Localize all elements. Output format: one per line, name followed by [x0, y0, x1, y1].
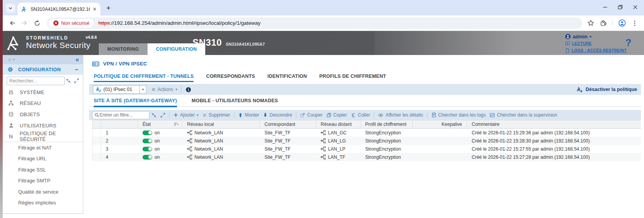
subtab-mobile-nomades[interactable]: MOBILE - UTILISATEURS NOMADES: [192, 98, 278, 106]
sidebar-subitem-filtrage-ssl[interactable]: Filtrage SSL: [3, 164, 83, 175]
help-button[interactable]: ?: [625, 37, 631, 48]
new-tab-button[interactable]: +: [104, 4, 113, 12]
network-object-icon: [321, 154, 326, 160]
policy-select[interactable]: (01) IPsec 01 ▾: [93, 85, 146, 94]
profile-cell: StrongEncryption: [361, 137, 413, 145]
table-header-row: État Réseau local Correspondant Réseau d…: [92, 120, 641, 129]
copy-button[interactable]: Copier: [326, 112, 347, 118]
read-mode-link[interactable]: LECTURE: [565, 40, 627, 47]
move-down-button[interactable]: Descendre: [263, 112, 292, 118]
tab-search-button[interactable]: [6, 3, 15, 13]
comment-cell: Créé le 2026-01-22 15:27:28 par admin (1…: [467, 153, 641, 161]
tab-monitoring[interactable]: MONITORING: [99, 43, 148, 55]
keepalive-cell: [413, 137, 467, 145]
app-header: STORMSHIELD Network Security v4.8.6 MONI…: [3, 31, 644, 55]
forward-arrow-icon: [21, 20, 27, 26]
security-badge[interactable]: Non sécurisé: [49, 19, 94, 27]
url-bar[interactable]: Non sécurisé https://192.168.54.254/admi…: [47, 17, 582, 29]
expand-all-icon[interactable]: [74, 78, 79, 83]
window-close-icon[interactable]: [633, 5, 638, 10]
sidebar-item-politique-securite[interactable]: POLITIQUE DE SÉCURITÉ: [3, 131, 83, 142]
profile-avatar-icon[interactable]: [618, 19, 626, 27]
forward-button[interactable]: [18, 17, 30, 29]
sort-filter-icon[interactable]: [174, 122, 179, 126]
sidebar-subitem-filtrage-url[interactable]: Filtrage URL: [3, 153, 83, 164]
collapse-all-icon[interactable]: [66, 78, 71, 83]
row-number: 1: [101, 129, 138, 137]
user-menu[interactable]: admin ▾: [565, 33, 627, 40]
tab-close-icon[interactable]: [92, 7, 97, 12]
sidebar-search-input[interactable]: [7, 77, 65, 85]
sidebar-subitem-qualite-service[interactable]: Qualité de service: [3, 186, 83, 197]
logs-access-link[interactable]: LOGS : ACCÉS RESTREINT: [565, 47, 627, 54]
disable-policy-label: Désactiver la politique: [586, 87, 637, 92]
cut-button[interactable]: Couper: [300, 112, 322, 118]
collapse-all-icon[interactable]: [151, 113, 156, 118]
sidebar: ★ ▾ « CONFIGURATION − SYSTÈME RÉSEAU OBJ…: [3, 55, 83, 214]
window-minimize-icon[interactable]: [603, 5, 608, 10]
subtab-site-a-site[interactable]: SITE À SITE (GATEWAY-GATEWAY): [94, 98, 177, 107]
row-number: 2: [101, 137, 138, 145]
search-logs-button[interactable]: Chercher dans les logs: [431, 112, 486, 118]
extensions-puzzle-icon[interactable]: [600, 20, 606, 26]
state-toggle[interactable]: [143, 147, 152, 151]
policy-select-caret[interactable]: ▾: [139, 85, 146, 94]
move-up-button[interactable]: Monter: [238, 112, 259, 118]
state-toggle[interactable]: [143, 139, 152, 143]
sidebar-subitem-filtrage-nat[interactable]: Filtrage et NAT: [3, 142, 83, 153]
sidebar-subitem-regles-implicites[interactable]: Règles implicites: [3, 197, 83, 208]
window-restore-icon[interactable]: [618, 5, 623, 10]
security-policy-icon: [8, 134, 14, 139]
favorites-caret-icon[interactable]: ▾: [13, 58, 15, 62]
toolbar-separator: [612, 20, 613, 26]
add-button[interactable]: Ajouter ▾: [173, 112, 199, 118]
sidebar-configuration-header[interactable]: CONFIGURATION −: [3, 64, 83, 75]
search-monitoring-button[interactable]: Chercher dans la supervision: [489, 112, 557, 118]
reload-button[interactable]: [31, 17, 43, 29]
desktop-edge: [0, 0, 3, 218]
state-toggle[interactable]: [143, 130, 152, 135]
header-commentaire: Commentaire: [467, 120, 641, 128]
delete-button[interactable]: Supprimer: [203, 112, 230, 118]
stormshield-favicon-icon: [21, 6, 27, 12]
table-row[interactable]: 2 on Network_LAN Site_FW_TF LAN_LG Stron…: [92, 137, 641, 145]
collapse-section-icon[interactable]: −: [75, 67, 78, 73]
table-row[interactable]: 3 on Network_LAN Site_FW_TF LAN_LP Stron…: [92, 145, 641, 153]
favorites-star-icon[interactable]: ★: [7, 57, 12, 63]
page-title: VPN / VPN IPSEC: [103, 61, 147, 67]
breadcrumb: VPN / VPN IPSEC: [92, 60, 147, 67]
filter-field[interactable]: [92, 111, 149, 119]
comment-cell: Créé le 2026-01-22 15:27:55 par admin (1…: [467, 145, 641, 153]
browser-menu-kebab-icon[interactable]: ⋮: [632, 19, 638, 27]
tab-correspondants[interactable]: CORRESPONDANTS: [206, 74, 255, 82]
sidebar-item-objets[interactable]: OBJETS: [3, 109, 83, 120]
table-row[interactable]: 4 on Network_LAN Site_FW_TF LAN_TF Stron…: [92, 153, 641, 161]
sidebar-item-systeme[interactable]: SYSTÈME: [3, 87, 83, 98]
device-serial: SN310A41KL095A7: [226, 42, 265, 46]
state-toggle[interactable]: [143, 155, 152, 160]
browser-tab[interactable]: SN310A41KL095A7@192.168.54: [17, 3, 100, 15]
remote-network-cell: LAN_LP: [316, 145, 361, 153]
toolbar-separator: [181, 86, 182, 93]
filter-input[interactable]: [100, 112, 145, 118]
sidebar-item-reseau[interactable]: RÉSEAU: [3, 98, 83, 109]
expand-all-icon[interactable]: [160, 113, 165, 118]
actions-label: Actions: [157, 87, 173, 92]
paste-button[interactable]: Coller: [351, 112, 370, 118]
tab-identification[interactable]: IDENTIFICATION: [268, 74, 307, 82]
table-row[interactable]: 1 on Network_LAN Site_FW_TF LAN_GC Stron…: [92, 129, 641, 137]
back-button[interactable]: [7, 17, 18, 29]
read-mode-label: LECTURE: [572, 41, 592, 46]
hamburger-icon: ≡: [152, 86, 155, 93]
show-details-button[interactable]: Afficher les détails: [378, 112, 423, 118]
bookmark-star-icon[interactable]: [587, 20, 594, 26]
sidebar-collapse-icon[interactable]: «: [76, 57, 79, 63]
tab-politique-chiffrement[interactable]: POLITIQUE DE CHIFFREMENT - TUNNELS: [94, 74, 194, 82]
sidebar-item-utilisateurs[interactable]: UTILISATEURS: [3, 120, 83, 131]
sidebar-subitem-filtrage-smtp[interactable]: Filtrage SMTP: [3, 175, 83, 186]
info-icon[interactable]: [185, 87, 191, 93]
tab-profils-chiffrement[interactable]: PROFILS DE CHIFFREMENT: [319, 74, 386, 82]
user-name: admin: [573, 34, 587, 39]
disable-policy-button[interactable]: Désactiver la politique: [577, 87, 637, 93]
actions-menu-button[interactable]: ≡ Actions ▾: [152, 86, 177, 93]
